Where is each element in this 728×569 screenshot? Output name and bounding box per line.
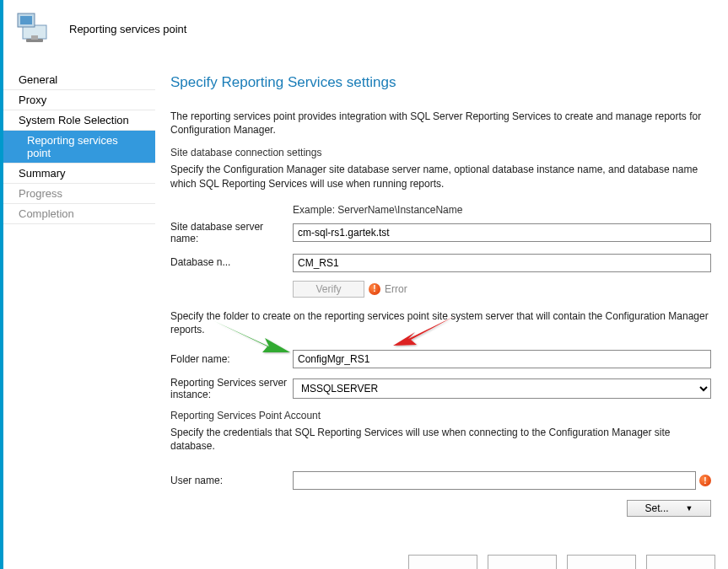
server-name-label: Site database server name: — [170, 221, 293, 245]
database-name-row: Database n... — [170, 254, 711, 272]
instance-label: Reporting Services server instance: — [170, 377, 293, 401]
username-label: User name: — [170, 475, 293, 486]
folder-name-input[interactable] — [293, 350, 711, 368]
instance-row: Reporting Services server instance: MSSQ… — [170, 377, 711, 401]
wizard-button-3[interactable] — [567, 555, 636, 569]
wizard-button-2[interactable] — [488, 555, 557, 569]
server-name-row: Site database server name: — [170, 221, 711, 245]
section-account-desc: Specify the credentials that SQL Reporti… — [170, 426, 711, 453]
database-name-input[interactable] — [293, 254, 711, 272]
folder-name-label: Folder name: — [170, 353, 293, 365]
main-area: General Proxy System Role Selection Repo… — [3, 66, 728, 569]
folder-name-row: Folder name: — [170, 350, 711, 368]
sidebar-item-completion: Completion — [3, 204, 155, 224]
verify-row: Verify ! Error — [293, 281, 711, 298]
server-name-input[interactable] — [293, 223, 711, 242]
verify-button[interactable]: Verify — [293, 281, 364, 298]
error-text: Error — [385, 283, 407, 295]
set-button-label: Set... — [645, 502, 669, 514]
example-label: Example: ServerName\InstanceName — [293, 204, 711, 216]
sidebar-item-proxy[interactable]: Proxy — [3, 90, 155, 110]
wizard-button-1[interactable] — [408, 555, 477, 569]
wizard-button-bar — [408, 555, 715, 569]
sidebar-item-progress: Progress — [3, 184, 155, 204]
database-name-label: Database n... — [170, 256, 293, 268]
dialog-title: Reporting services point — [69, 23, 186, 35]
content-panel: Specify Reporting Services settings The … — [155, 66, 728, 569]
set-button-row: Set... ▼ — [170, 500, 711, 517]
page-title: Specify Reporting Services settings — [170, 74, 711, 91]
section-db-title: Site database connection settings — [170, 147, 711, 158]
section-db-desc: Specify the Configuration Manager site d… — [170, 163, 711, 190]
dialog-header: Reporting services point — [3, 0, 728, 66]
sidebar-item-reporting-services[interactable]: Reporting services point — [3, 131, 155, 164]
caret-down-icon: ▼ — [686, 504, 693, 513]
server-icon — [16, 8, 57, 49]
sidebar-item-general[interactable]: General — [3, 70, 155, 90]
instance-select[interactable]: MSSQLSERVER — [293, 378, 711, 399]
set-button[interactable]: Set... ▼ — [627, 500, 711, 517]
wizard-sidebar: General Proxy System Role Selection Repo… — [3, 66, 155, 569]
svg-rect-2 — [20, 16, 32, 24]
wizard-button-4[interactable] — [646, 555, 715, 569]
sidebar-item-summary[interactable]: Summary — [3, 164, 155, 184]
intro-text: The reporting services point provides in… — [170, 110, 711, 137]
username-row: User name: ! — [170, 471, 711, 490]
username-error-icon: ! — [699, 475, 711, 486]
error-icon: ! — [369, 283, 380, 295]
section-account-title: Reporting Services Point Account — [170, 410, 711, 421]
username-input[interactable] — [293, 471, 696, 490]
folder-desc: Specify the folder to create on the repo… — [170, 309, 711, 336]
svg-rect-4 — [31, 35, 38, 40]
sidebar-item-system-role[interactable]: System Role Selection — [3, 110, 155, 131]
